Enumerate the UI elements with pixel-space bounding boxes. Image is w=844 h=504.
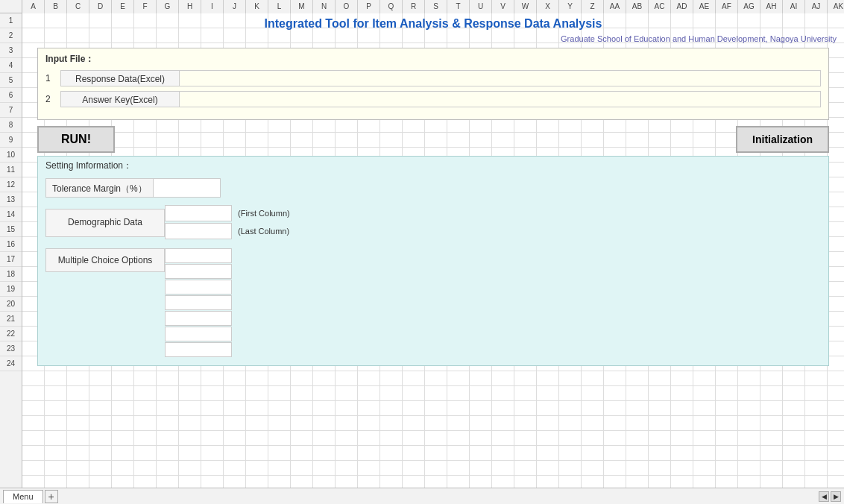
row-18: 18 [0, 267, 22, 282]
col-X: X [537, 0, 559, 13]
mc-input-5[interactable] [165, 311, 232, 326]
add-tab-button[interactable]: + [45, 490, 58, 503]
mc-input-3[interactable] [165, 280, 232, 294]
mc-input-1[interactable] [165, 248, 232, 263]
input-row-2: 2 Answer Key(Excel) [45, 91, 821, 107]
col-P: P [358, 0, 380, 13]
col-B: B [45, 0, 67, 13]
col-T: T [447, 0, 470, 13]
tolerance-label: Tolerance Margin（%） [45, 178, 154, 198]
col-AD: AD [671, 0, 693, 13]
col-C: C [67, 0, 89, 13]
row-11: 11 [0, 163, 22, 177]
grid-content: Integrated Tool for Item Analysis & Resp… [22, 13, 844, 504]
mc-input-6[interactable] [165, 327, 232, 341]
plus-icon: + [48, 491, 54, 503]
col-G: G [157, 0, 179, 13]
col-U: U [470, 0, 492, 13]
col-AK: AK [828, 0, 844, 13]
row-21: 21 [0, 312, 22, 327]
col-AG: AG [738, 0, 760, 13]
row-9: 9 [0, 133, 22, 148]
page-subtitle: Graduate School of Education and Human D… [561, 34, 837, 43]
demographic-first-desc: (First Column) [238, 209, 290, 218]
answer-key-input[interactable] [180, 91, 821, 107]
row-20: 20 [0, 297, 22, 312]
title-row: Integrated Tool for Item Analysis & Resp… [30, 16, 837, 31]
mc-input-7[interactable] [165, 342, 232, 357]
input-row-1-label: Response Data(Excel) [60, 70, 180, 86]
tolerance-input[interactable] [154, 178, 221, 198]
row-13: 13 [0, 192, 22, 207]
row-numbers: 1 2 3 4 5 6 7 8 9 10 11 12 13 14 15 16 1… [0, 13, 22, 504]
col-V: V [492, 0, 514, 13]
page-title: Integrated Tool for Item Analysis & Resp… [265, 17, 602, 31]
row-12: 12 [0, 177, 22, 192]
demographic-last-desc: (Last Column) [238, 227, 289, 236]
col-F: F [134, 0, 157, 13]
col-Z: Z [582, 0, 604, 13]
col-R: R [403, 0, 425, 13]
demographic-label: Demographic Data [45, 209, 165, 236]
col-H: H [179, 0, 201, 13]
row-24: 24 [0, 356, 22, 371]
col-K: K [246, 0, 268, 13]
scroll-left-button[interactable]: ◀ [819, 491, 829, 502]
col-M: M [291, 0, 313, 13]
col-AF: AF [716, 0, 738, 13]
row-14: 14 [0, 207, 22, 222]
col-D: D [89, 0, 112, 13]
mc-inputs [165, 248, 232, 358]
row-5: 5 [0, 73, 22, 88]
col-AH: AH [760, 0, 783, 13]
row-6: 6 [0, 88, 22, 103]
demographic-row: Demographic Data (First Column) (Last Co… [45, 205, 821, 241]
input-row-2-label: Answer Key(Excel) [60, 91, 180, 107]
input-row-1: 1 Response Data(Excel) [45, 70, 821, 86]
menu-tab[interactable]: Menu [3, 490, 43, 503]
col-W: W [514, 0, 537, 13]
scroll-right-button[interactable]: ▶ [831, 491, 841, 502]
tolerance-row: Tolerance Margin（%） [45, 178, 821, 198]
demographic-first-column-input[interactable] [165, 205, 232, 221]
col-S: S [425, 0, 447, 13]
col-E: E [112, 0, 134, 13]
response-data-input[interactable] [180, 70, 821, 86]
row-10: 10 [0, 148, 22, 163]
col-AC: AC [649, 0, 671, 13]
row-16: 16 [0, 237, 22, 252]
input-row-2-number: 2 [45, 94, 60, 104]
col-AB: AB [626, 0, 649, 13]
demographic-first-row: (First Column) [165, 205, 290, 221]
row-15: 15 [0, 222, 22, 237]
multiple-choice-row: Multiple Choice Options [45, 248, 821, 358]
initialization-button[interactable]: Initialization [736, 126, 829, 153]
setting-header: Setting Imformation： [45, 160, 821, 172]
col-AA: AA [604, 0, 626, 13]
row-2: 2 [0, 28, 22, 43]
col-N: N [313, 0, 336, 13]
col-Q: Q [380, 0, 403, 13]
content-overlay: Integrated Tool for Item Analysis & Resp… [22, 13, 844, 369]
col-AE: AE [693, 0, 716, 13]
demographic-last-column-input[interactable] [165, 223, 232, 239]
row-7: 7 [0, 103, 22, 118]
run-button[interactable]: RUN! [37, 126, 115, 153]
input-row-1-number: 1 [45, 73, 60, 84]
col-I: I [201, 0, 224, 13]
row-19: 19 [0, 282, 22, 297]
col-AJ: AJ [805, 0, 828, 13]
input-file-section: Input File： 1 Response Data(Excel) 2 Ans… [37, 48, 829, 120]
column-headers: A B C D E F G H I J K L M N O P Q R S T … [0, 0, 844, 13]
row-23: 23 [0, 341, 22, 356]
mc-label: Multiple Choice Options [45, 248, 165, 272]
setting-section: Setting Imformation： Tolerance Margin（%）… [37, 156, 829, 366]
mc-input-4[interactable] [165, 295, 232, 310]
spreadsheet-wrapper: A B C D E F G H I J K L M N O P Q R S T … [0, 0, 844, 504]
mc-input-2[interactable] [165, 264, 232, 279]
col-A: A [22, 0, 45, 13]
input-file-header: Input File： [45, 53, 821, 66]
col-J: J [224, 0, 246, 13]
col-Y: Y [559, 0, 582, 13]
col-O: O [336, 0, 358, 13]
